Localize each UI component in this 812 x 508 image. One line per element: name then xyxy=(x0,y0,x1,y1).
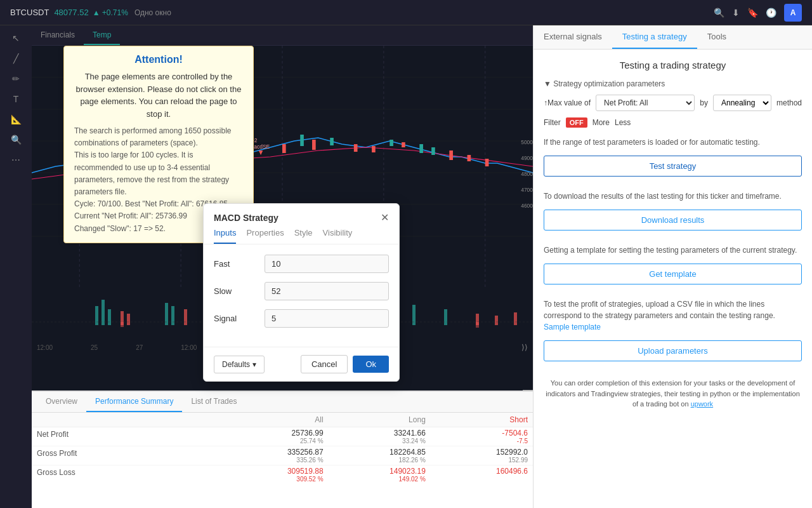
strategy-title: Testing a trading strategy xyxy=(544,60,802,70)
sample-template-link[interactable]: Sample template xyxy=(544,323,601,331)
metric-select[interactable]: Net Profit: All xyxy=(596,95,695,111)
bookmark-icon[interactable]: 🔖 xyxy=(747,8,758,18)
strategy-content: Testing a trading strategy ▼ Strategy op… xyxy=(534,50,812,508)
measure-tool[interactable]: 📐 xyxy=(8,112,24,127)
price-label: 48077.52 xyxy=(54,8,88,17)
top-bar: BTCUSDT 48077.52 ▲ +0.71% Одно окно 🔍 ⬇ … xyxy=(0,0,812,25)
download-results-button[interactable]: Download results xyxy=(544,210,802,231)
dialog-title: MACD Strategy xyxy=(214,213,278,223)
search-icon[interactable]: 🔍 xyxy=(714,8,724,18)
dialog-header: MACD Strategy ✕ xyxy=(204,204,399,223)
filter-label: Filter xyxy=(544,118,561,127)
dialog-tab-style[interactable]: Style xyxy=(294,228,313,244)
method-label: method xyxy=(776,98,802,107)
signal-label: Signal xyxy=(214,314,265,323)
download-info: To download the results of the last test… xyxy=(544,190,802,202)
tab-testing-strategy[interactable]: Testing a strategy xyxy=(612,25,697,49)
dialog-tab-inputs[interactable]: Inputs xyxy=(214,228,236,244)
section-header: ▼ Strategy optimization parameters xyxy=(544,79,802,88)
test-section: If the range of test parameters is loade… xyxy=(544,137,802,183)
zoom-tool[interactable]: 🔍 xyxy=(8,132,24,147)
download-icon[interactable]: ⬇ xyxy=(732,8,740,18)
slow-label: Slow xyxy=(214,286,265,296)
get-template-button[interactable]: Get template xyxy=(544,264,802,284)
method-select[interactable]: Annealing xyxy=(713,95,771,111)
dialog-tab-visibility[interactable]: Visibility xyxy=(323,228,353,244)
auto-test-info: If the range of test parameters is loade… xyxy=(544,137,802,148)
filter-less[interactable]: Less xyxy=(615,118,631,127)
dialog-tab-properties[interactable]: Properties xyxy=(246,228,284,244)
tab-external-signals[interactable]: External signals xyxy=(534,25,612,49)
upload-parameters-button[interactable]: Upload parameters xyxy=(544,340,802,361)
cancel-button[interactable]: Cancel xyxy=(301,355,348,373)
template-section: Getting a template for setting the testi… xyxy=(544,244,802,291)
triangle-icon: ▼ xyxy=(544,79,553,88)
macd-dialog: MACD Strategy ✕ Inputs Properties Style xyxy=(203,203,400,382)
change-label: ▲ +0.71% xyxy=(93,8,128,17)
tab-tools[interactable]: Tools xyxy=(697,25,737,49)
pen-tool[interactable]: ✏ xyxy=(10,71,22,86)
dialog-overlay: MACD Strategy ✕ Inputs Properties Style xyxy=(32,25,533,508)
right-panel: External signals Testing a strategy Tool… xyxy=(533,25,812,508)
fast-input[interactable] xyxy=(265,255,389,273)
upwork-section: You can order completion of this extensi… xyxy=(544,378,802,410)
field-row-signal: Signal xyxy=(214,309,389,328)
left-sidebar: ↖ ╱ ✏ T 📐 🔍 ⋯ xyxy=(0,25,32,508)
max-label: ↑Max value of xyxy=(544,98,591,107)
slow-input[interactable] xyxy=(265,282,389,300)
upload-info: To test the profit of strategies, upload… xyxy=(544,298,802,333)
line-tool[interactable]: ╱ xyxy=(11,51,21,66)
more-tools[interactable]: ⋯ xyxy=(9,152,23,168)
clock-icon[interactable]: 🕐 xyxy=(766,8,776,18)
field-row-slow: Slow xyxy=(214,282,389,300)
right-tab-row: External signals Testing a strategy Tool… xyxy=(534,25,812,50)
field-row-fast: Fast xyxy=(214,255,389,273)
mode-label: Одно окно xyxy=(134,8,171,17)
close-btn[interactable]: A xyxy=(784,4,802,22)
defaults-button[interactable]: Defaults ▾ xyxy=(214,356,265,373)
filter-row: Filter OFF More Less xyxy=(544,117,802,128)
symbol-label: BTCUSDT xyxy=(10,8,49,17)
filter-toggle[interactable]: OFF xyxy=(566,117,587,128)
max-value-row: ↑Max value of Net Profit: All by Anneali… xyxy=(544,95,802,111)
top-bar-icons: 🔍 ⬇ 🔖 🕐 A xyxy=(714,4,802,22)
filter-more[interactable]: More xyxy=(593,118,610,127)
download-section: To download the results of the last test… xyxy=(544,190,802,237)
upwork-link[interactable]: upwork xyxy=(691,400,713,408)
upload-section: To test the profit of strategies, upload… xyxy=(544,298,802,368)
optimization-section: ▼ Strategy optimization parameters ↑Max … xyxy=(544,79,802,128)
fast-label: Fast xyxy=(214,259,265,269)
dialog-body: Fast Slow Signal xyxy=(204,244,399,347)
dialog-footer: Defaults ▾ Cancel Ok xyxy=(204,347,399,381)
test-strategy-button[interactable]: Test strategy xyxy=(544,156,802,177)
dialog-tabs: Inputs Properties Style Visibility xyxy=(204,223,399,244)
cursor-tool[interactable]: ↖ xyxy=(10,30,22,46)
dialog-close-button[interactable]: ✕ xyxy=(381,213,389,223)
template-info: Getting a template for setting the testi… xyxy=(544,244,802,256)
text-tool[interactable]: T xyxy=(11,91,22,107)
by-label: by xyxy=(700,98,708,107)
ok-button[interactable]: Ok xyxy=(353,356,389,373)
signal-input[interactable] xyxy=(265,309,389,328)
